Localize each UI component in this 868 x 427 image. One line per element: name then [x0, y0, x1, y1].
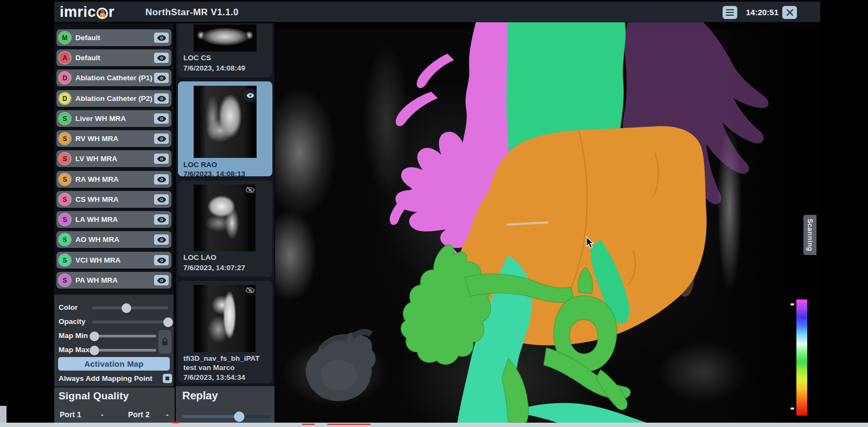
map-max-slider[interactable] [92, 349, 156, 352]
map-min-slider[interactable] [92, 335, 156, 337]
title-bar: imricr NorthStar-MR V1.1.0 14:20:51 [54, 2, 820, 22]
layer-row-ablation-p1[interactable]: D Ablation Catheter (P1) [56, 69, 171, 86]
scanning-label: Scanning [806, 219, 814, 251]
port2-label: Port 2 [128, 410, 150, 419]
opacity-slider-thumb[interactable] [163, 317, 173, 327]
visible-eye-badge[interactable] [244, 89, 257, 102]
eye-icon [157, 156, 167, 162]
layer-row-default-a[interactable]: A Default [56, 49, 171, 66]
layer-badge: S [59, 234, 71, 245]
eye-icon [157, 95, 167, 102]
visibility-toggle[interactable] [154, 194, 169, 205]
imricor-logo: imricr [60, 4, 114, 21]
layer-badge: D [59, 93, 71, 104]
3d-viewport[interactable] [275, 22, 820, 423]
layer-label: CS WH MRA [75, 195, 154, 203]
opacity-slider[interactable] [92, 321, 168, 323]
activation-map-button[interactable]: Activation Map [58, 357, 170, 371]
always-add-mapping-checkbox[interactable] [163, 374, 172, 383]
lock-icon [161, 337, 169, 347]
series-item-tfi3d[interactable]: tfi3D_nav_fs_bh_iPAT test van Marco 7/6/… [178, 281, 272, 383]
close-button[interactable] [782, 6, 797, 19]
colorbar-top-marker[interactable] [790, 303, 794, 305]
logo-text-pre: imric [60, 4, 96, 21]
map-range-lock-button[interactable] [158, 330, 171, 354]
series-date: 7/6/2023, 14:08:49 [183, 64, 245, 72]
hidden-eye-badge[interactable] [245, 286, 255, 296]
hamburger-icon [726, 9, 734, 11]
visibility-toggle[interactable] [154, 113, 169, 124]
layer-badge: D [59, 72, 71, 84]
logo-text-post: r [108, 4, 114, 21]
series-item-loc-rao[interactable]: LOC RAO 7/6/2023, 14:08:13 [178, 81, 272, 176]
layer-badge: S [59, 214, 71, 225]
series-date: 7/6/2023, 14:08:13 [183, 170, 245, 178]
hidden-eye-badge[interactable] [245, 186, 255, 196]
layer-label: LV WH MRA [75, 155, 154, 163]
layer-row-ao[interactable]: S AO WH MRA [56, 231, 171, 248]
series-name: LOC RAO [183, 160, 270, 169]
series-item-loc-lao[interactable]: LOC LAO 7/6/2023, 14:07:27 [178, 181, 272, 277]
visibility-toggle[interactable] [154, 255, 169, 265]
layer-row-ablation-p2[interactable]: D Ablation Catheter (P2) [56, 90, 171, 107]
layer-label: RA WH MRA [75, 175, 154, 183]
visibility-toggle[interactable] [154, 154, 169, 164]
layer-label: AO WH MRA [75, 235, 154, 244]
color-slider-thumb[interactable] [122, 303, 131, 313]
map-min-slider-label: Map Min [59, 332, 88, 340]
layer-row-liver[interactable]: S Liver WH MRA [56, 110, 171, 127]
map-max-slider-thumb[interactable] [90, 346, 99, 355]
checkbox-mark-icon [165, 377, 169, 380]
visibility-toggle[interactable] [154, 53, 169, 63]
menu-button[interactable] [723, 6, 737, 19]
replay-slider-thumb[interactable] [234, 411, 245, 422]
layers-sidebar: M Default A Default D Ablation Catheter … [54, 23, 174, 423]
eye-icon [157, 35, 167, 41]
visibility-toggle[interactable] [154, 33, 169, 43]
signal-quality-title: Signal Quality [59, 390, 129, 402]
layer-row-default-m[interactable]: M Default [56, 29, 171, 46]
replay-title: Replay [182, 390, 218, 402]
layer-badge: M [59, 32, 71, 43]
port1-label: Port 1 [60, 410, 81, 419]
map-min-slider-thumb[interactable] [90, 332, 99, 341]
series-name: tfi3D_nav_fs_bh_iPAT test van Marco [183, 354, 270, 372]
layer-row-vci[interactable]: S VCI WH MRA [56, 252, 171, 269]
layer-row-rv[interactable]: S RV WH MRA [56, 130, 171, 147]
visibility-toggle[interactable] [154, 93, 169, 104]
series-thumbnail[interactable] [194, 24, 257, 52]
layer-row-ra[interactable]: S RA WH MRA [56, 171, 171, 188]
visibility-toggle[interactable] [154, 133, 169, 144]
map-max-slider-label: Map Max [59, 346, 90, 354]
layer-row-pa[interactable]: S PA WH MRA [56, 272, 171, 289]
scanning-status-tab: Scanning [803, 215, 816, 255]
color-slider[interactable] [92, 307, 168, 309]
visibility-toggle[interactable] [154, 73, 169, 83]
series-name: LOC CS [183, 53, 270, 62]
colorbar [796, 299, 807, 416]
eye-slash-icon [245, 286, 255, 294]
signal-quality-panel: Signal Quality Port 1 - Port 2 - [54, 387, 175, 423]
series-name: LOC LAO [183, 253, 270, 262]
series-list: LOC CS 7/6/2023, 14:08:49 LOC RAO 7/6/20… [176, 23, 275, 386]
close-icon [786, 9, 794, 16]
anatomy-render [275, 22, 820, 423]
eye-icon [157, 176, 167, 183]
visibility-toggle[interactable] [154, 174, 169, 184]
visibility-toggle[interactable] [154, 214, 169, 225]
red-marker [302, 424, 315, 425]
colorbar-bottom-marker[interactable] [790, 407, 794, 410]
layer-row-cs[interactable]: S CS WH MRA [56, 191, 171, 208]
layer-row-la[interactable]: S LA WH MRA [56, 211, 171, 228]
port1-value: - [101, 410, 104, 419]
visibility-toggle[interactable] [154, 234, 169, 245]
layer-badge: S [59, 194, 71, 205]
layer-row-lv[interactable]: S LV WH MRA [56, 150, 171, 167]
always-add-mapping-label: Always Add Mapping Point [59, 374, 152, 383]
replay-slider-fill [182, 415, 239, 418]
series-item-loc-cs[interactable]: LOC CS 7/6/2023, 14:08:49 [178, 23, 272, 78]
orientation-heart-model [306, 329, 376, 401]
layer-label: PA WH MRA [75, 276, 154, 284]
replay-slider[interactable] [182, 415, 270, 418]
visibility-toggle[interactable] [154, 275, 169, 285]
